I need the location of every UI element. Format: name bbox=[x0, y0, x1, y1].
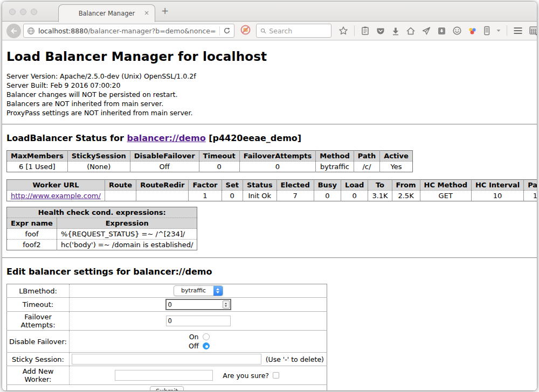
cell-active: Yes bbox=[380, 162, 413, 172]
divider bbox=[2, 124, 537, 125]
number-spinner-icon[interactable] bbox=[223, 300, 230, 309]
worker-url-link[interactable]: http://www.example.com/ bbox=[11, 192, 101, 200]
submit-button[interactable]: Submit bbox=[150, 386, 184, 390]
home-icon[interactable] bbox=[406, 26, 416, 36]
url-text: localhost:8880/balancer-manager?b=demo&n… bbox=[38, 27, 216, 35]
toolbar-separator bbox=[354, 25, 355, 36]
sticky-session-input[interactable] bbox=[72, 354, 261, 365]
confirm-label: Are you sure? bbox=[223, 372, 269, 380]
timeout-label: Timeout: bbox=[7, 298, 70, 312]
sticky-session-row: Sticky Session: (Use '-' to delete) bbox=[7, 353, 327, 366]
confirm-checkbox[interactable] bbox=[273, 372, 279, 379]
cell-factor: 1 bbox=[189, 191, 222, 201]
col-hc-interval: HC Interval bbox=[471, 180, 523, 191]
url-path: /balancer-manager?b=demo&nonce=decc37be-… bbox=[88, 27, 216, 35]
extension-download-icon[interactable] bbox=[437, 26, 446, 36]
lbmethod-row: LBmethod: bytraffic bbox=[7, 284, 327, 298]
page-title: Load Balancer Manager for localhost bbox=[6, 40, 533, 64]
add-worker-input[interactable] bbox=[115, 370, 213, 381]
failover-attempts-row: Failover Attempts: bbox=[7, 312, 327, 331]
cell-timeout: 0 bbox=[199, 162, 239, 172]
cell-route bbox=[105, 191, 136, 201]
window-close-button[interactable] bbox=[9, 9, 16, 15]
failover-on-radio[interactable] bbox=[203, 333, 210, 340]
device-icon[interactable] bbox=[483, 26, 490, 36]
radio-on-label: On bbox=[187, 333, 199, 341]
col-path: Path bbox=[354, 151, 379, 162]
inherit-note-line: Balancers are NOT inherited from main se… bbox=[6, 99, 533, 108]
tab-balancer-manager[interactable]: Balancer Manager × bbox=[58, 4, 155, 22]
timeout-input[interactable] bbox=[167, 301, 223, 309]
cell-passes: 1 (0) bbox=[524, 191, 537, 201]
health-table-title: Health check cond. expressions: bbox=[7, 207, 197, 218]
failover-attempts-input[interactable] bbox=[166, 316, 231, 326]
radio-off-label: Off bbox=[187, 342, 199, 350]
col-disablefailover: DisableFailover bbox=[130, 151, 199, 162]
failover-off-radio[interactable] bbox=[203, 342, 210, 349]
cell-maxmembers: 6 [1 Used] bbox=[7, 162, 68, 172]
server-info: Server Version: Apache/2.5.0-dev (Unix) … bbox=[6, 72, 533, 117]
new-tab-button[interactable]: + bbox=[161, 5, 169, 16]
clipboard-icon[interactable] bbox=[361, 26, 370, 36]
lbmethod-selected-value: bytraffic bbox=[174, 286, 213, 296]
window-minimize-button[interactable] bbox=[20, 9, 26, 15]
col-hc-method: HC Method bbox=[420, 180, 471, 191]
browser-window: Balancer Manager × + localhost:8880/bala… bbox=[2, 2, 537, 390]
failover-on-option: On bbox=[72, 332, 324, 341]
status-heading-suffix: [p4420eeae_demo] bbox=[206, 133, 302, 143]
reload-icon[interactable] bbox=[223, 27, 231, 34]
urlbar-separator bbox=[219, 26, 220, 36]
cell-status: Init Ok bbox=[243, 191, 277, 201]
emoji-icon[interactable] bbox=[452, 26, 462, 36]
lbmethod-select[interactable]: bytraffic bbox=[174, 285, 223, 296]
toolbar-separator bbox=[507, 25, 507, 36]
download-icon[interactable] bbox=[391, 26, 400, 36]
submit-row: Submit bbox=[7, 385, 327, 391]
send-icon[interactable] bbox=[421, 26, 431, 36]
back-icon bbox=[9, 26, 18, 36]
add-worker-row: Add New Worker: Are you sure? bbox=[7, 366, 327, 385]
page-content: Load Balancer Manager for localhost Serv… bbox=[2, 40, 537, 390]
table-row: http://www.example.com/ 1 0 Init Ok 7 0 … bbox=[7, 191, 537, 201]
cell-disablefailover: Off bbox=[130, 162, 199, 172]
add-worker-label: Add New Worker: bbox=[7, 366, 70, 385]
balancer-demo-link[interactable]: balancer://demo bbox=[127, 133, 205, 143]
table-row: foof %{REQUEST_STATUS} =~ /^[234]/ bbox=[7, 229, 197, 240]
star-icon[interactable] bbox=[338, 26, 348, 36]
confirm-group: Are you sure? bbox=[223, 372, 279, 380]
col-timeout: Timeout bbox=[199, 151, 239, 162]
tab-close-icon[interactable]: × bbox=[144, 9, 149, 17]
color-dots-icon[interactable] bbox=[468, 26, 477, 36]
search-bar[interactable] bbox=[256, 24, 331, 38]
search-input[interactable] bbox=[269, 27, 327, 35]
cell-routeredir bbox=[136, 191, 189, 201]
cell-elected: 7 bbox=[277, 191, 314, 201]
col-passes: Passes bbox=[524, 180, 537, 191]
timeout-row: Timeout: bbox=[7, 298, 327, 312]
nav-toolbar: localhost:8880/balancer-manager?b=demo&n… bbox=[2, 22, 537, 40]
caret-down-icon[interactable] bbox=[496, 29, 501, 32]
timeout-input-wrap bbox=[165, 299, 231, 310]
col-load: Load bbox=[341, 180, 368, 191]
server-version-line: Server Version: Apache/2.5.0-dev (Unix) … bbox=[6, 72, 533, 81]
table-row: foof2 hc('body') =~ /domain is establish… bbox=[7, 240, 197, 250]
col-expr-name: Expr name bbox=[7, 218, 57, 229]
failover-off-option: Off bbox=[72, 341, 324, 351]
tab-bar: Balancer Manager × + bbox=[2, 2, 537, 22]
menu-icon[interactable] bbox=[513, 27, 523, 34]
proxypass-note-line: ProxyPass settings are NOT inherited fro… bbox=[6, 108, 533, 117]
edit-settings-heading: Edit balancer settings for balancer://de… bbox=[6, 267, 533, 277]
col-maxmembers: MaxMembers bbox=[7, 151, 68, 162]
cell-set: 0 bbox=[222, 191, 243, 201]
search-icon bbox=[260, 27, 266, 34]
back-button[interactable] bbox=[6, 24, 21, 38]
col-active: Active bbox=[380, 151, 413, 162]
table-row: 6 [1 Used] (None) Off 0 0 bytraffic /c/ … bbox=[7, 162, 413, 172]
status-heading-prefix: LoadBalancer Status for bbox=[6, 133, 127, 143]
block-content-icon[interactable] bbox=[240, 24, 251, 38]
pocket-icon[interactable] bbox=[376, 26, 385, 36]
grid-icon[interactable] bbox=[529, 26, 537, 36]
url-bar[interactable]: localhost:8880/balancer-manager?b=demo&n… bbox=[23, 24, 234, 38]
window-zoom-button[interactable] bbox=[31, 9, 37, 15]
persist-note-line: Balancer changes will NOT be persisted o… bbox=[6, 90, 533, 99]
